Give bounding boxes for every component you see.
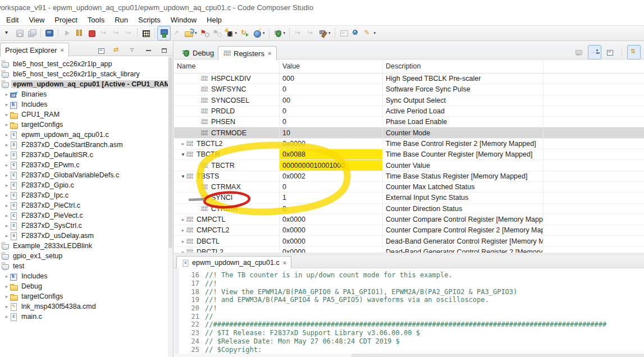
tree-expand-icon[interactable]: ▸ [180,141,186,147]
profile-clock-button[interactable] [199,26,211,40]
tree-expand-icon[interactable]: ▸ [4,172,10,178]
highlight-pen-button[interactable]: ▾ [362,26,378,40]
scrollbar-thumb[interactable] [351,354,644,357]
register-row[interactable]: 10100101PHSEN0Phase Load Enable [174,117,644,127]
tree-item[interactable]: ▸CPU1_RAM [0,109,168,120]
dropdown-caret-icon[interactable]: ▾ [328,31,331,35]
tree-item[interactable]: ▸Binaries [0,89,168,99]
menu-edit[interactable]: Edit [1,16,24,24]
tab-debug[interactable]: Debug [176,46,219,60]
step-forward-button[interactable] [304,26,317,40]
dropdown-caret-icon[interactable]: ▾ [284,31,286,35]
tree-expand-icon[interactable]: ▸ [4,304,10,309]
resume-button[interactable] [61,26,73,40]
tree-item[interactable]: ▸F2837xD_DefaultISR.c [0,150,168,160]
save-all-button[interactable] [26,26,38,40]
console-view-button[interactable] [337,26,350,40]
register-row[interactable]: ▸10100101DBCTL20x0000Dead-Band Generator… [174,247,644,253]
tree-expand-icon[interactable]: ▸ [4,152,10,158]
target-config-button[interactable]: ▾ [251,26,267,40]
step-into-button[interactable] [98,26,110,40]
tree-expand-icon[interactable]: ▸ [4,233,10,239]
tree-expand-icon[interactable]: ▸ [4,182,10,188]
register-row[interactable]: ▾10100101TBCTR0x0088Time Base Counter Re… [174,149,644,160]
tree-expand-icon[interactable]: ▸ [4,273,10,279]
tree-item[interactable]: ▸F2837xD_PieCtrl.c [0,200,168,210]
register-row[interactable]: 10100101SWFSYNC0Software Force Sync Puls… [174,84,644,95]
new-dropdown-caret-button[interactable] [1,26,13,40]
save-button[interactable] [13,26,26,40]
build-hammer-button[interactable]: ▾ [317,26,332,40]
tree-item[interactable]: ▸F2837xD_CodeStartBranch.asm [0,140,168,150]
tree-expand-icon[interactable]: ▸ [4,193,10,198]
tree-item[interactable]: test [0,261,168,271]
register-row[interactable]: 10100101PRDLD0Active Period Load [174,106,644,117]
register-row[interactable]: ▸10100101DBCTL0x0000Dead-Band Generator … [174,236,644,246]
tree-item[interactable]: ▸Includes [0,271,168,281]
tree-item[interactable]: ble5_host_test_cc26x2r1lp_app [0,59,168,69]
register-row[interactable]: ▸10100101CMPCTL0x0000Counter Compare Con… [174,214,644,225]
tree-expand-icon[interactable]: ▸ [4,102,10,107]
tree-item[interactable]: ▸F2837xD_usDelay.asm [0,231,168,241]
tab-editor-file[interactable]: epwm_updown_aq_cpu01.c × [176,256,291,269]
maximize-button[interactable] [158,44,171,57]
pin-view-button[interactable] [573,45,585,59]
tree-expand-icon[interactable]: ▸ [180,227,186,233]
tree-expand-icon[interactable]: ▸ [4,283,10,289]
source-lookup-button[interactable] [171,26,183,40]
scrollbar-thumb[interactable] [168,57,172,248]
register-row[interactable]: 10100101CTRMAX0Counter Max Latched Statu… [174,182,644,193]
register-row[interactable]: ▾10100101TBSTS0x0002Time Base Status Reg… [174,171,644,182]
tree-expand-icon[interactable]: ▾ [180,152,186,157]
restart-button[interactable] [239,26,251,40]
column-header-value[interactable]: Value [279,60,382,73]
tree-expand-icon[interactable]: ▸ [4,203,10,208]
register-row[interactable]: 10100101SYNCI1External Input Sync Status [174,193,644,203]
dropdown-caret-icon[interactable]: ▾ [374,31,376,35]
tree-expand-icon[interactable]: ▸ [4,112,10,117]
view-menu-button[interactable] [127,44,139,57]
dropdown-caret-icon[interactable]: ▾ [263,31,265,35]
tree-item[interactable]: ble5_host_test_cc26x2r1lp_stack_library [0,69,168,79]
profile-clock-disabled-button[interactable] [211,26,223,40]
tree-expand-icon[interactable]: ▸ [4,122,10,127]
open-project-button[interactable]: ▾ [183,26,199,40]
tree-expand-icon[interactable]: ▸ [4,132,10,138]
menu-window[interactable]: Window [166,16,202,24]
terminate-button[interactable] [85,26,98,40]
tree-expand-icon[interactable]: ▸ [180,217,186,222]
menu-help[interactable]: Help [202,16,227,24]
tree-expand-icon[interactable]: ▸ [4,91,10,97]
step-back-button[interactable] [292,26,304,40]
tree-item[interactable]: epwm_updown_aq_cpu01 [Active - CPU1_RAM] [0,79,168,89]
register-row[interactable]: ▸10100101TBCTL20x0000Time Base Control R… [174,139,644,149]
menu-scripts[interactable]: Scripts [133,16,166,24]
collapse-all-button[interactable] [95,44,108,57]
register-row[interactable]: 10100101TBCTR0000000010001000Counter Val… [174,160,644,171]
tree-item[interactable]: ▸F2837xD_PieVect.c [0,210,168,221]
tree-item[interactable]: ▸Debug [0,281,168,291]
layout-swap-button[interactable] [627,45,641,60]
column-header-name[interactable]: Name [174,60,279,73]
tree-item[interactable]: ▸targetConfigs [0,120,168,130]
tree-expand-icon[interactable]: ▾ [180,173,186,179]
step-return-button[interactable] [122,26,135,40]
tree-item[interactable]: ▸Includes [0,99,168,109]
dropdown-caret-icon[interactable]: ▾ [195,31,197,35]
tree-item[interactable]: ▸lnk_msp430f5438a.cmd [0,301,168,312]
register-row[interactable]: ▸10100101CMPCTL20x0000Counter Compare Co… [174,225,644,236]
suspend-button[interactable] [73,26,85,40]
tree-item[interactable]: ▸epwm_updown_aq_cpu01.c [0,130,168,140]
tree-expand-icon[interactable]: ▸ [180,239,186,244]
register-row[interactable]: 10100101HSPCLKDIV000High Speed TBCLK Pre… [174,74,644,84]
tree-item[interactable]: ▸main.c [0,312,168,322]
tree-item[interactable]: ▸F2837xD_EPwm.c [0,160,168,170]
tree-expand-icon[interactable]: ▸ [4,142,10,148]
tree-item[interactable]: ▸F2837xD_SysCtrl.c [0,221,168,231]
step-over-button[interactable] [110,26,122,40]
tree-item[interactable]: gpio_ex1_setup [0,251,168,261]
code-editor[interactable]: 16//! The TB counter is in up/down count… [174,268,644,357]
link-with-debug-button[interactable] [588,45,601,60]
debug-bug-button[interactable]: ▾ [272,26,287,40]
tab-registers[interactable]: 10100101 Registers × [218,46,277,60]
